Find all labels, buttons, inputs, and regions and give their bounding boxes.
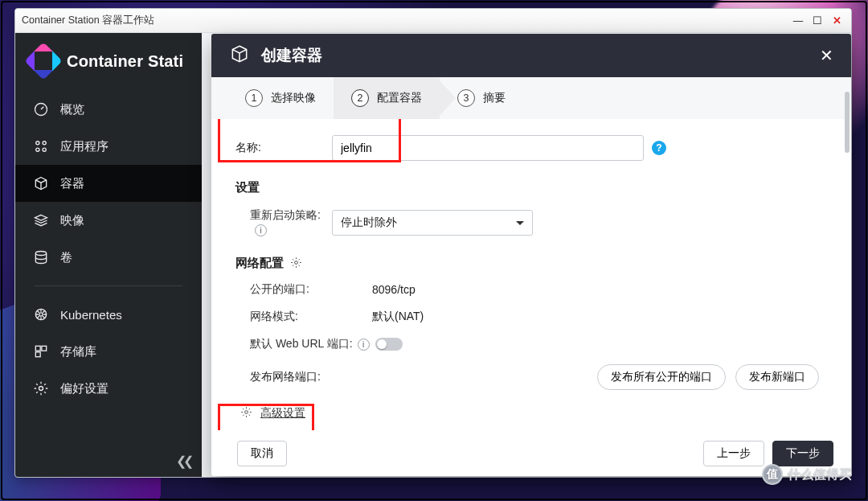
- info-icon[interactable]: i: [358, 339, 370, 351]
- sidebar-item-label: Kubernetes: [60, 308, 122, 322]
- network-mode-label: 网络模式:: [235, 310, 372, 324]
- publish-ports-label: 发布网络端口:: [235, 370, 321, 384]
- svg-point-12: [295, 261, 298, 264]
- stepper: 1 选择映像 2 配置容器 3 摘要: [211, 77, 851, 119]
- watermark: 值 什么值得买: [762, 464, 852, 485]
- sidebar-item-overview[interactable]: 概览: [15, 91, 202, 128]
- watermark-badge: 值: [762, 464, 783, 485]
- step-number: 2: [351, 89, 369, 107]
- gear-icon[interactable]: [290, 257, 302, 271]
- restart-policy-select[interactable]: 停止时除外: [332, 210, 533, 236]
- svg-point-7: [39, 313, 43, 316]
- helm-icon: [33, 306, 49, 322]
- publish-all-button[interactable]: 发布所有公开的端口: [597, 364, 726, 390]
- window-title: Container Station 容器工作站: [22, 14, 154, 27]
- sidebar-collapse-button[interactable]: ❮❮: [176, 454, 190, 469]
- sidebar-item-preferences[interactable]: 偏好设置: [15, 370, 202, 407]
- prev-step-button[interactable]: 上一步: [703, 441, 764, 466]
- step-label: 配置容器: [377, 91, 422, 105]
- svg-rect-8: [35, 346, 40, 351]
- sidebar-item-label: 应用程序: [60, 139, 108, 154]
- dialog-body: 名称: ? 设置 重新启动策略:i 停止时除外 网络配置 公开的端口: 8096…: [211, 119, 851, 430]
- svg-point-4: [43, 148, 46, 151]
- database-icon: [33, 249, 49, 265]
- window-max-button[interactable]: ☐: [809, 13, 825, 29]
- layers-icon: [33, 212, 49, 228]
- exposed-port-value: 8096/tcp: [372, 283, 416, 296]
- sidebar-item-apps[interactable]: 应用程序: [15, 128, 202, 165]
- svg-rect-10: [35, 352, 40, 357]
- sidebar-item-volumes[interactable]: 卷: [15, 239, 202, 276]
- sidebar-item-label: 概览: [60, 102, 84, 117]
- gear-icon: [240, 406, 252, 421]
- svg-point-3: [36, 148, 39, 151]
- step-1[interactable]: 1 选择映像: [227, 77, 334, 119]
- settings-heading: 设置: [235, 180, 819, 195]
- step-2[interactable]: 2 配置容器: [334, 77, 440, 119]
- network-heading: 网络配置: [235, 256, 819, 271]
- repo-icon: [33, 343, 49, 359]
- sidebar-item-label: 卷: [60, 250, 72, 265]
- sidebar-item-label: 存储库: [60, 344, 96, 359]
- brand-name: Container Stati: [67, 52, 183, 71]
- restart-policy-label: 重新启动策略:i: [235, 208, 332, 236]
- sidebar-item-repos[interactable]: 存储库: [15, 333, 202, 370]
- sidebar: Container Stati 概览 应用程序 容器 映像: [15, 33, 202, 477]
- svg-point-1: [36, 142, 39, 145]
- name-label: 名称:: [235, 141, 332, 155]
- svg-rect-9: [42, 346, 47, 351]
- network-mode-value: 默认(NAT): [372, 310, 424, 324]
- app-logo-icon: [30, 47, 57, 75]
- sidebar-item-containers[interactable]: 容器: [15, 165, 202, 202]
- svg-point-11: [39, 387, 43, 391]
- dialog-footer: 取消 上一步 下一步: [211, 430, 851, 476]
- sidebar-item-label: 容器: [60, 176, 84, 191]
- brand: Container Stati: [15, 33, 202, 86]
- cancel-button[interactable]: 取消: [237, 441, 287, 466]
- watermark-text: 什么值得买: [788, 466, 852, 483]
- gear-icon: [33, 380, 49, 396]
- name-input[interactable]: [332, 135, 644, 161]
- svg-point-5: [35, 252, 46, 256]
- web-url-port-label: 默认 Web URL 端口:i: [235, 337, 372, 351]
- publish-new-button[interactable]: 发布新端口: [735, 364, 819, 390]
- sidebar-item-kubernetes[interactable]: Kubernetes: [15, 296, 202, 333]
- dialog-title: 创建容器: [261, 45, 322, 66]
- sidebar-item-images[interactable]: 映像: [15, 202, 202, 239]
- web-url-port-toggle[interactable]: [375, 338, 403, 351]
- dialog-close-button[interactable]: ✕: [820, 46, 833, 65]
- titlebar: Container Station 容器工作站 — ☐ ✕: [15, 9, 851, 33]
- next-step-button[interactable]: 下一步: [772, 441, 833, 466]
- step-number: 3: [457, 89, 475, 107]
- gauge-icon: [33, 101, 49, 117]
- info-icon[interactable]: i: [255, 224, 267, 236]
- cube-icon: [229, 43, 250, 68]
- advanced-settings-link[interactable]: 高级设置: [260, 406, 305, 421]
- select-value: 停止时除外: [341, 216, 397, 230]
- step-label: 选择映像: [271, 91, 316, 105]
- sidebar-item-label: 映像: [60, 213, 84, 228]
- create-container-dialog: 创建容器 ✕ 1 选择映像 2 配置容器 3 摘要 名称: ? 设置 重新启动策…: [211, 34, 851, 476]
- step-number: 1: [245, 89, 263, 107]
- exposed-port-label: 公开的端口:: [235, 282, 372, 297]
- window-close-button[interactable]: ✕: [829, 13, 845, 29]
- help-icon[interactable]: ?: [652, 141, 666, 155]
- step-3[interactable]: 3 摘要: [440, 77, 523, 119]
- grid-icon: [33, 138, 49, 154]
- step-label: 摘要: [483, 91, 506, 105]
- dialog-header: 创建容器 ✕: [211, 34, 851, 77]
- cube-icon: [33, 175, 49, 191]
- svg-point-13: [245, 411, 248, 414]
- sidebar-item-label: 偏好设置: [60, 381, 108, 396]
- window-min-button[interactable]: —: [790, 13, 806, 29]
- svg-point-2: [43, 142, 46, 145]
